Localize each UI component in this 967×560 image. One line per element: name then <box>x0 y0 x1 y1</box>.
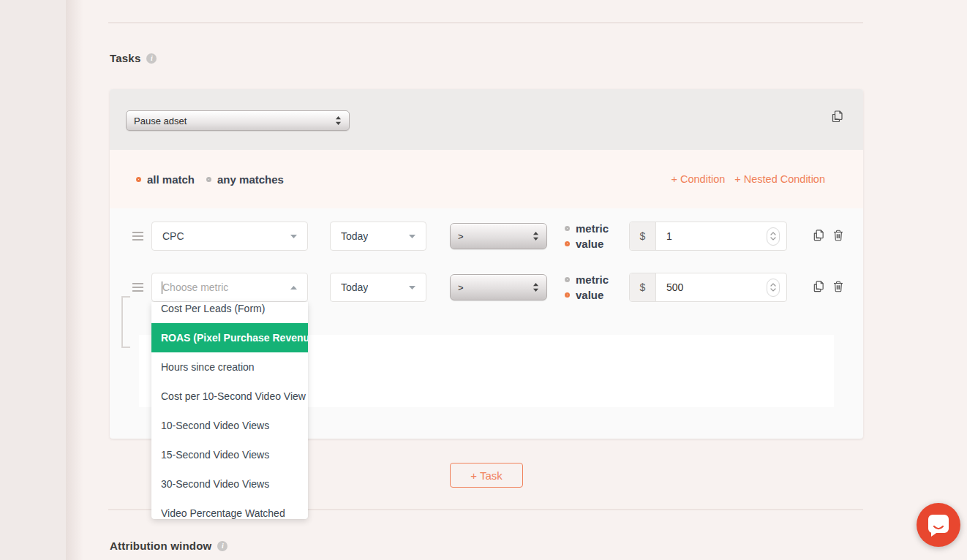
metric-radio-label: metric <box>576 222 609 235</box>
info-icon[interactable]: i <box>146 53 157 64</box>
top-divider <box>108 22 863 23</box>
chevron-down-icon <box>409 235 415 238</box>
left-background-strip <box>0 0 66 560</box>
compare-mode-radios: metric value <box>565 222 609 250</box>
conditions-area: CPC Today > <box>110 150 863 439</box>
add-task-button[interactable]: + Task <box>450 463 523 488</box>
operator-select-value: > <box>458 231 464 242</box>
value-option[interactable]: value <box>565 289 609 301</box>
value-radio[interactable] <box>565 292 570 298</box>
info-icon[interactable]: i <box>217 541 227 551</box>
drag-handle-icon[interactable] <box>132 232 143 241</box>
task-card-header: Pause adset <box>110 89 863 150</box>
duplicate-condition-button[interactable] <box>812 281 825 294</box>
attribution-section-heading: Attribution window i <box>110 540 227 552</box>
delete-condition-button[interactable] <box>832 281 845 294</box>
duplicate-task-button[interactable] <box>829 110 844 124</box>
text-cursor <box>162 281 162 294</box>
operator-select[interactable]: > <box>450 274 547 300</box>
chat-launcher-button[interactable] <box>917 503 960 547</box>
tasks-section-heading: Tasks i <box>110 52 157 64</box>
metric-radio[interactable] <box>565 226 570 231</box>
metric-radio-label: metric <box>576 273 609 286</box>
duplicate-condition-button[interactable] <box>812 230 825 243</box>
task-card: Pause adset all match <box>110 89 863 439</box>
timeframe-select[interactable]: Today <box>330 222 426 251</box>
trash-icon <box>832 280 844 295</box>
chevron-down-icon <box>290 235 297 238</box>
currency-prefix: $ <box>630 222 656 250</box>
drag-handle-icon[interactable] <box>132 283 143 292</box>
attribution-heading-label: Attribution window <box>110 540 211 552</box>
delete-condition-button[interactable] <box>832 230 845 243</box>
copy-icon <box>830 115 844 126</box>
dropdown-item[interactable]: 10-Second Video Views <box>151 411 308 440</box>
operator-select[interactable]: > <box>450 223 547 249</box>
copy-icon <box>812 280 825 295</box>
value-input-group: $ <box>629 273 787 302</box>
dropdown-item[interactable]: Video Percentage Watched <box>151 499 308 519</box>
timeframe-select-value: Today <box>341 230 368 242</box>
dropdown-item[interactable]: 15-Second Video Views <box>151 440 308 469</box>
metric-select-open[interactable] <box>151 273 308 302</box>
value-radio-label: value <box>576 289 603 301</box>
metric-dropdown: Cost Per Leads (Form) ROAS (Pixel Purcha… <box>151 302 308 519</box>
dropdown-item-highlighted[interactable]: ROAS (Pixel Purchase Revenue / S <box>151 323 308 352</box>
metric-select-value: CPC <box>162 230 184 242</box>
timeframe-select[interactable]: Today <box>330 273 426 302</box>
select-arrows-icon <box>335 116 342 126</box>
select-arrows-icon <box>533 231 539 241</box>
dropdown-item[interactable]: Hours since creation <box>151 352 308 382</box>
metric-radio[interactable] <box>565 277 570 282</box>
content-left-shadow <box>66 0 83 560</box>
dropdown-item[interactable]: 30-Second Video Views <box>151 469 308 499</box>
currency-prefix: $ <box>630 273 656 301</box>
task-action-value: Pause adset <box>134 116 187 126</box>
dropdown-item[interactable]: Cost per 10-Second Video View <box>151 382 308 411</box>
timeframe-select-value: Today <box>341 281 368 293</box>
value-input-group: $ <box>629 222 787 251</box>
copy-icon <box>812 229 825 244</box>
condition-row: Today > metric <box>110 273 863 302</box>
chevron-down-icon <box>409 286 415 290</box>
chevron-up-icon <box>290 286 297 290</box>
dropdown-item[interactable]: Cost Per Leads (Form) <box>151 302 308 323</box>
metric-option[interactable]: metric <box>565 222 609 235</box>
value-input[interactable] <box>656 230 767 242</box>
number-stepper[interactable] <box>767 227 780 246</box>
value-radio-label: value <box>576 238 603 250</box>
metric-dropdown-list: Cost Per Leads (Form) ROAS (Pixel Purcha… <box>151 302 308 519</box>
condition-row: CPC Today > <box>110 222 863 251</box>
chat-bubble-icon <box>928 515 949 533</box>
tasks-heading-label: Tasks <box>110 52 140 64</box>
page: Tasks i Pause adset <box>0 0 967 560</box>
select-arrows-icon <box>533 282 539 292</box>
value-radio[interactable] <box>565 241 570 246</box>
operator-select-value: > <box>458 282 464 293</box>
metric-option[interactable]: metric <box>565 273 609 286</box>
metric-search-input[interactable] <box>162 281 279 293</box>
number-stepper[interactable] <box>767 279 780 297</box>
compare-mode-radios: metric value <box>565 273 609 301</box>
metric-select[interactable]: CPC <box>151 222 308 251</box>
task-action-select[interactable]: Pause adset <box>126 110 350 131</box>
value-input[interactable] <box>656 281 767 293</box>
trash-icon <box>832 229 844 244</box>
condition-group-bracket <box>121 296 130 348</box>
value-option[interactable]: value <box>565 238 609 250</box>
